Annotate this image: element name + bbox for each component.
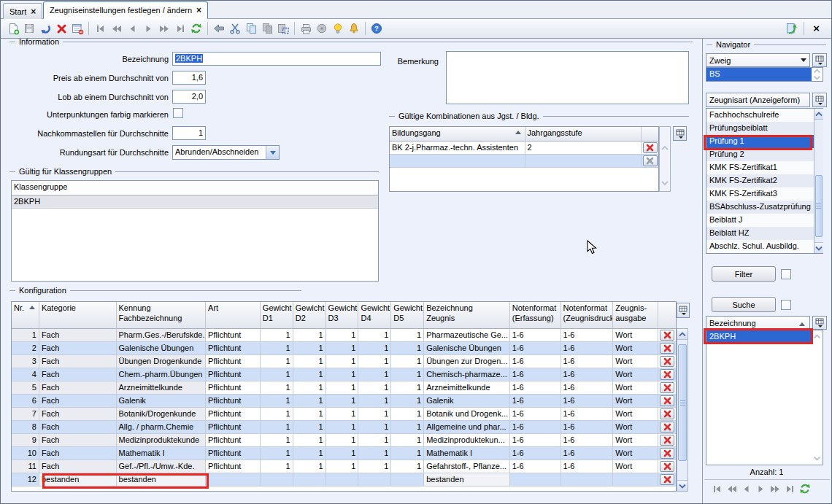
cell-kategorie[interactable]: Fach bbox=[39, 408, 117, 421]
cell-d3[interactable]: 1 bbox=[326, 381, 359, 395]
cell-nf_druck[interactable]: 1-6 bbox=[561, 447, 614, 460]
delete-row-button[interactable] bbox=[643, 155, 658, 166]
cell-d4[interactable]: 1 bbox=[358, 434, 391, 447]
cell-bezeichnung[interactable]: Galenik bbox=[424, 395, 510, 408]
cell-d5[interactable]: 1 bbox=[391, 408, 424, 421]
delete-row-button[interactable] bbox=[660, 461, 674, 472]
scrollbar-thumb[interactable] bbox=[815, 175, 823, 237]
record-first-button[interactable] bbox=[712, 484, 723, 496]
suche-checkbox[interactable] bbox=[781, 300, 791, 310]
cell-kennung[interactable]: Galenische Übungen bbox=[117, 342, 207, 355]
cell-d1[interactable]: 1 bbox=[261, 434, 293, 447]
cell-nf_erfassung[interactable] bbox=[510, 473, 561, 486]
cell-nf_druck[interactable]: 1-6 bbox=[561, 329, 614, 342]
cell-nr[interactable]: 5 bbox=[12, 381, 39, 395]
cell-d2[interactable]: 1 bbox=[293, 329, 326, 342]
cell-nf_erfassung[interactable]: 1-6 bbox=[510, 421, 561, 434]
cell-d3[interactable]: 1 bbox=[326, 408, 359, 421]
delete-row-button[interactable] bbox=[660, 343, 674, 354]
zweig-header[interactable]: Zweig bbox=[706, 53, 810, 67]
record-prev-button[interactable] bbox=[124, 20, 140, 36]
cell-bezeichnung[interactable]: Botanik und Drogenk... bbox=[424, 408, 510, 421]
suche-button[interactable]: Suche bbox=[712, 297, 776, 312]
cell-d4[interactable]: 1 bbox=[358, 329, 391, 342]
cell-nf_erfassung[interactable]: 1-6 bbox=[510, 355, 561, 368]
cell-d1[interactable]: 1 bbox=[261, 408, 293, 421]
cell-kategorie[interactable]: Fach bbox=[39, 421, 117, 434]
cell-d5[interactable]: 1 bbox=[391, 421, 424, 434]
cell-nf_druck[interactable]: 1-6 bbox=[561, 368, 614, 381]
konfig-row[interactable]: 10FachMathematik IPflichtunt11111Mathema… bbox=[12, 447, 676, 460]
cell-nr[interactable]: 10 bbox=[12, 447, 39, 460]
filter-button[interactable]: Filter bbox=[712, 266, 776, 282]
cell-d5[interactable]: 1 bbox=[391, 368, 424, 381]
konfiguration-field-chooser-button[interactable] bbox=[677, 303, 690, 318]
delete-button[interactable] bbox=[53, 20, 69, 36]
scroll-down-button[interactable] bbox=[814, 242, 823, 253]
cell-art[interactable]: Pflichtunt bbox=[206, 355, 261, 368]
cell-d3[interactable]: 1 bbox=[326, 329, 359, 342]
cell-d3[interactable]: 1 bbox=[326, 460, 359, 473]
cell-d3[interactable] bbox=[326, 473, 359, 486]
cell-bezeichnung[interactable]: Arzneimittelkunde bbox=[424, 381, 510, 395]
cell-d1[interactable]: 1 bbox=[261, 329, 293, 342]
cell-jahrgangsstufe[interactable] bbox=[525, 155, 642, 168]
zeugnisart-field-chooser-button[interactable] bbox=[812, 93, 827, 107]
cell-d1[interactable]: 1 bbox=[261, 421, 293, 434]
cell-nf_druck[interactable]: 1-6 bbox=[561, 355, 614, 368]
unterpunktungen-checkbox[interactable] bbox=[173, 108, 183, 118]
delete-row-button[interactable] bbox=[660, 369, 674, 380]
cell-bildungsgang[interactable] bbox=[390, 155, 525, 168]
cell-nf_druck[interactable] bbox=[561, 473, 614, 486]
cell-d4[interactable]: 1 bbox=[358, 447, 391, 460]
cell-d2[interactable]: 1 bbox=[293, 368, 326, 381]
cell-d1[interactable] bbox=[261, 473, 293, 486]
cell-kategorie[interactable]: Fach bbox=[39, 447, 117, 460]
cell-d1[interactable]: 1 bbox=[261, 342, 293, 355]
cell-art[interactable]: Pflichtunt bbox=[206, 329, 261, 342]
cell-art[interactable]: Pflichtunt bbox=[206, 447, 261, 460]
record-next-fast-button[interactable] bbox=[156, 20, 172, 36]
cell-kennung[interactable]: Botanik/Drogenkunde bbox=[117, 408, 207, 421]
cell-kategorie[interactable]: Fach bbox=[39, 381, 117, 395]
cell-d2[interactable]: 1 bbox=[293, 381, 326, 395]
cell-bezeichnung[interactable]: bestanden bbox=[424, 473, 510, 486]
cell-d4[interactable]: 1 bbox=[358, 355, 391, 368]
delete-row-button[interactable] bbox=[660, 330, 674, 341]
refresh-button[interactable] bbox=[188, 20, 204, 36]
cell-nr[interactable]: 12 bbox=[12, 473, 39, 486]
cell-nf_erfassung[interactable]: 1-6 bbox=[510, 395, 561, 408]
close-panel-button[interactable]: × bbox=[807, 22, 827, 36]
cell-kategorie[interactable]: Fach bbox=[39, 395, 117, 408]
delete-row-button[interactable] bbox=[660, 474, 674, 485]
konfig-row[interactable]: 7FachBotanik/DrogenkundePflichtunt11111B… bbox=[12, 408, 676, 421]
cell-nf_erfassung[interactable]: 1-6 bbox=[510, 381, 561, 395]
konfig-row[interactable]: 11FachGef.-/Pfl.-/Umw.-Kde.Pflichtunt111… bbox=[12, 460, 676, 473]
cell-kategorie[interactable]: Fach bbox=[39, 434, 117, 447]
undo-button[interactable] bbox=[37, 20, 53, 36]
konfig-column-header[interactable]: Gewicht D5 bbox=[391, 302, 424, 329]
cell-d1[interactable]: 1 bbox=[261, 460, 293, 473]
cell-d4[interactable]: 1 bbox=[358, 342, 391, 355]
bezeichnung-input[interactable]: 2BKPH bbox=[172, 52, 381, 66]
copy-button[interactable] bbox=[243, 20, 259, 36]
cell-ausgabe[interactable]: Wort bbox=[613, 329, 658, 342]
delete-row-button[interactable] bbox=[660, 382, 674, 393]
cell-nf_erfassung[interactable]: 1-6 bbox=[510, 408, 561, 421]
filter-checkbox[interactable] bbox=[781, 269, 791, 279]
zeugnisart-item[interactable]: Prüfungsbeiblatt bbox=[706, 122, 814, 135]
tab-close-icon[interactable]: × bbox=[31, 8, 36, 15]
nachkommastellen-input[interactable]: 1 bbox=[172, 126, 206, 140]
cell-kategorie[interactable]: Fach bbox=[39, 329, 117, 342]
konfig-column-header[interactable]: Gewicht D2 bbox=[293, 302, 326, 329]
zeugnisart-scrollbar[interactable] bbox=[814, 109, 823, 253]
record-disc-button[interactable] bbox=[314, 20, 330, 36]
cell-nf_druck[interactable]: 1-6 bbox=[561, 408, 614, 421]
cell-nf_druck[interactable]: 1-6 bbox=[561, 434, 614, 447]
cell-art[interactable]: Pflichtunt bbox=[206, 395, 261, 408]
cell-kennung[interactable]: Übungen Drogenkunde bbox=[117, 355, 207, 368]
refresh-button[interactable] bbox=[799, 483, 811, 496]
delete-row-button[interactable] bbox=[660, 408, 674, 419]
zeugnisart-header[interactable]: Zeugnisart (Anzeigeform) bbox=[706, 93, 810, 107]
scroll-up-button[interactable] bbox=[814, 109, 823, 120]
